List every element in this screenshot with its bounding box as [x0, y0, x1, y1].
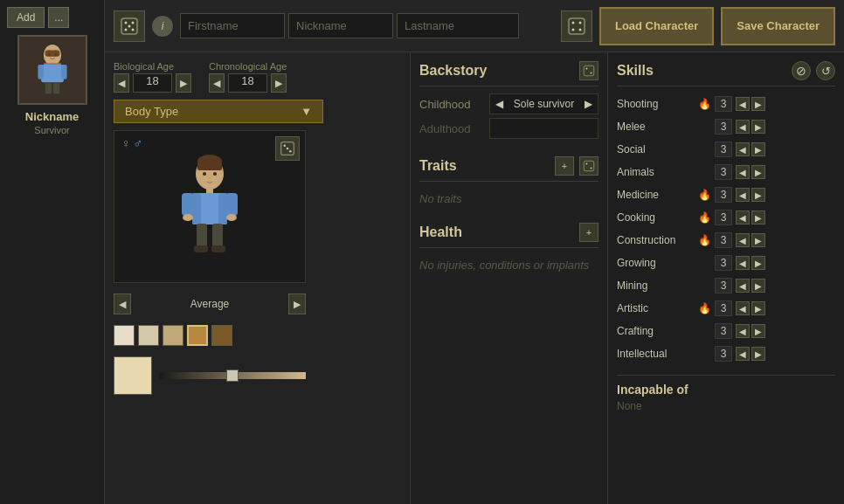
skill-decrease-growing[interactable]: ◀ [736, 256, 750, 270]
skill-increase-construction[interactable]: ▶ [751, 233, 765, 247]
save-character-button[interactable]: Save Character [721, 7, 835, 45]
chron-age-increase[interactable]: ▶ [271, 73, 287, 93]
skill-decrease-social[interactable]: ◀ [736, 142, 750, 156]
skin-arrow-row: ◀ Average ▶ [114, 293, 306, 314]
skill-increase-artistic[interactable]: ▶ [751, 301, 765, 315]
swatch-3[interactable] [163, 325, 183, 346]
swatch-4[interactable] [187, 325, 208, 346]
skill-passion-animals: · [697, 165, 711, 179]
swatch-5[interactable] [211, 325, 232, 346]
health-header: Health + [419, 223, 598, 248]
skill-name-melee: Melee [617, 121, 694, 133]
skill-increase-crafting[interactable]: ▶ [751, 324, 765, 338]
skin-prev-button[interactable]: ◀ [114, 293, 131, 314]
skill-decrease-mining[interactable]: ◀ [736, 279, 750, 293]
chron-age-decrease[interactable]: ◀ [209, 73, 225, 93]
character-panel: Biological Age ◀ 18 ▶ Chronological Age … [105, 52, 411, 504]
skill-increase-social[interactable]: ▶ [751, 142, 765, 156]
childhood-prev[interactable]: ◀ [490, 96, 508, 112]
skill-row-growing: Growing · 3 ◀ ▶ [617, 252, 835, 273]
skills-header-icons: ⊘ ↺ [792, 61, 835, 80]
color-slider[interactable] [159, 372, 306, 379]
childhood-next[interactable]: ▶ [579, 96, 598, 112]
skill-increase-melee[interactable]: ▶ [751, 120, 765, 134]
svg-point-19 [571, 21, 574, 24]
char-sprite [175, 155, 245, 259]
traits-title: Traits [419, 158, 457, 174]
age-row: Biological Age ◀ 18 ▶ Chronological Age … [114, 61, 401, 93]
skill-controls-social: ◀ ▶ [736, 142, 765, 156]
skill-controls-cooking: ◀ ▶ [736, 211, 765, 224]
svg-rect-45 [584, 66, 593, 75]
swatch-1[interactable] [114, 325, 135, 346]
nickname-input[interactable] [288, 13, 393, 38]
childhood-label: Childhood [419, 98, 482, 111]
skill-controls-melee: ◀ ▶ [736, 120, 765, 134]
skills-header: Skills ⊘ ↺ [617, 61, 835, 86]
skills-refresh-btn[interactable]: ↺ [816, 61, 835, 80]
skill-value-animals: 3 [715, 164, 732, 180]
bio-age-control: ◀ 18 ▶ [114, 73, 191, 93]
skill-decrease-medicine[interactable]: ◀ [736, 188, 750, 202]
skill-increase-animals[interactable]: ▶ [751, 165, 765, 179]
svg-point-26 [287, 148, 288, 149]
skill-controls-growing: ◀ ▶ [736, 256, 765, 270]
chron-age-control: ◀ 18 ▶ [209, 73, 287, 93]
skill-controls-animals: ◀ ▶ [736, 165, 765, 179]
backstory-dice-btn[interactable] [579, 61, 598, 80]
skill-increase-mining[interactable]: ▶ [751, 279, 765, 293]
skill-row-mining: Mining · 3 ◀ ▶ [617, 275, 835, 296]
body-type-button[interactable]: Body Type ▼ [114, 100, 323, 123]
svg-point-49 [586, 163, 588, 165]
svg-point-46 [586, 68, 588, 70]
skill-decrease-crafting[interactable]: ◀ [736, 324, 750, 338]
lastname-input[interactable] [397, 13, 519, 38]
dice-icon-right[interactable] [561, 10, 592, 42]
skill-controls-intellectual: ◀ ▶ [736, 347, 765, 361]
skill-increase-cooking[interactable]: ▶ [751, 211, 765, 224]
skill-value-medicine: 3 [715, 187, 732, 203]
skill-increase-growing[interactable]: ▶ [751, 256, 765, 270]
traits-add-btn[interactable]: + [555, 156, 574, 176]
skill-increase-shooting[interactable]: ▶ [751, 97, 765, 111]
skills-panel: Skills ⊘ ↺ Shooting 🔥 3 ◀ ▶ Melee · 3 ◀ [608, 52, 844, 504]
skill-decrease-shooting[interactable]: ◀ [736, 97, 750, 111]
male-icon: ♂ [134, 136, 143, 150]
skill-decrease-melee[interactable]: ◀ [736, 120, 750, 134]
traits-dice-btn[interactable] [579, 156, 598, 176]
swatch-2[interactable] [138, 325, 159, 346]
svg-rect-18 [569, 18, 585, 34]
skill-passion-social: · [697, 142, 711, 156]
firstname-input[interactable] [180, 13, 285, 38]
skill-decrease-construction[interactable]: ◀ [736, 233, 750, 247]
svg-rect-6 [52, 82, 59, 93]
skill-decrease-cooking[interactable]: ◀ [736, 211, 750, 224]
skill-name-crafting: Crafting [617, 325, 694, 337]
load-character-button[interactable]: Load Character [599, 7, 714, 45]
skill-passion-medicine: 🔥 [697, 188, 711, 202]
skill-increase-intellectual[interactable]: ▶ [751, 347, 765, 361]
skill-decrease-intellectual[interactable]: ◀ [736, 347, 750, 361]
skill-decrease-animals[interactable]: ◀ [736, 165, 750, 179]
childhood-value-box: ◀ Sole survivor ▶ [489, 93, 598, 114]
skin-next-button[interactable]: ▶ [288, 293, 306, 314]
skill-decrease-artistic[interactable]: ◀ [736, 301, 750, 315]
skill-value-crafting: 3 [715, 323, 732, 339]
health-add-btn[interactable]: + [579, 223, 598, 242]
bio-age-increase[interactable]: ▶ [176, 73, 191, 93]
skill-increase-medicine[interactable]: ▶ [751, 188, 765, 202]
svg-point-15 [125, 28, 128, 31]
svg-rect-44 [211, 245, 225, 252]
preview-dice-button[interactable] [275, 136, 300, 161]
chron-age-value: 18 [228, 73, 267, 93]
skill-value-growing: 3 [715, 255, 732, 271]
dice-icon-left[interactable] [114, 10, 145, 42]
skills-reset-btn[interactable]: ⊘ [792, 61, 811, 80]
svg-point-39 [183, 214, 193, 221]
bio-age-decrease[interactable]: ◀ [114, 73, 129, 93]
svg-rect-9 [45, 50, 59, 56]
add-button[interactable]: Add [7, 7, 45, 28]
dots-button[interactable]: ... [48, 7, 69, 28]
svg-rect-38 [225, 193, 238, 216]
svg-rect-2 [41, 65, 64, 82]
